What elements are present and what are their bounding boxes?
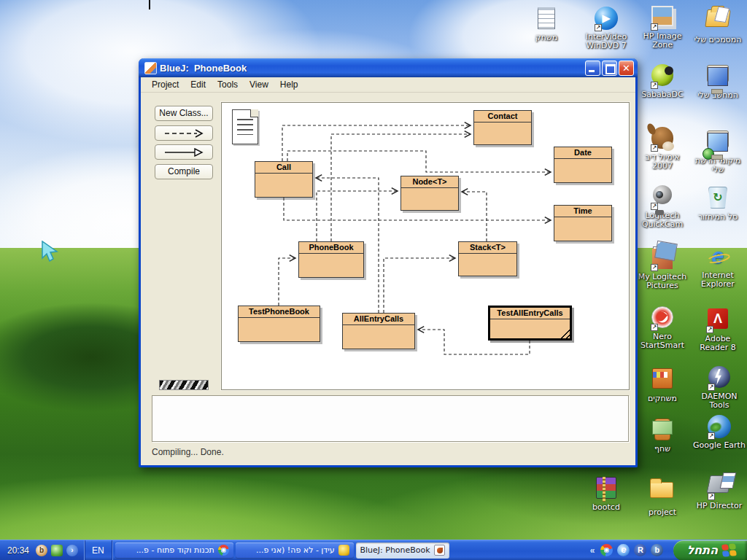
- desktop-icon-label: Adobe Reader 8: [692, 335, 744, 352]
- class-diagram-panel[interactable]: ContactDateCallNode<T>TimePhoneBookStack…: [221, 102, 630, 390]
- class-contact[interactable]: Contact: [473, 110, 532, 145]
- desktop-icon-המחשב-שלי[interactable]: המחשב שלי: [692, 63, 744, 100]
- desktop-icon-hp-image-zone[interactable]: HP Image Zone: [635, 4, 690, 50]
- network-places-icon: [707, 131, 729, 148]
- bluej-icon: [434, 545, 445, 556]
- uses-arrow: [317, 191, 398, 241]
- class-phonebook[interactable]: PhoneBook: [298, 241, 364, 278]
- taskbar-button-bluej[interactable]: BlueJ: PhoneBook: [356, 542, 449, 559]
- desktop-icon-internet-explorer[interactable]: Internet Explorer: [692, 245, 744, 289]
- quicklaunch-chrome-icon[interactable]: [600, 544, 613, 556]
- desktop-icon-logitech-quickcam[interactable]: Logitech QuickCam: [636, 184, 689, 229]
- new-class-button[interactable]: New Class...: [155, 106, 213, 121]
- class-testphonebook[interactable]: TestPhoneBook: [238, 306, 320, 342]
- maximize-button[interactable]: [602, 61, 617, 76]
- desktop-icon-sababadc[interactable]: SababaDC: [636, 63, 689, 99]
- recycle-bin-icon: [708, 187, 727, 209]
- desktop-icon-משחק[interactable]: משחק: [524, 6, 569, 42]
- desktop-icon-daemon-tools[interactable]: DAEMON Tools: [692, 365, 747, 410]
- readme-note-icon[interactable]: [232, 109, 258, 144]
- taskbar-clock: 20:34: [7, 545, 29, 556]
- menu-view[interactable]: View: [244, 78, 274, 91]
- paper-fold: [250, 109, 258, 117]
- menu-tools[interactable]: Tools: [212, 78, 244, 91]
- desktop-icon-label: משחק: [524, 34, 569, 42]
- logitech-pictures-icon: [653, 246, 672, 262]
- desktop-icon-שחף[interactable]: שחף: [636, 417, 689, 454]
- globe-badge-icon: [703, 148, 714, 160]
- desktop-icon-nero-startsmart[interactable]: Nero StartSmart: [636, 305, 689, 350]
- window-title: BlueJ: PhoneBook: [160, 63, 247, 74]
- class-node-t[interactable]: Node<T>: [400, 176, 459, 211]
- quicklaunch-internet-explorer-icon[interactable]: e: [617, 544, 630, 556]
- quicklaunch-bittorrent-icon[interactable]: b: [651, 544, 663, 556]
- class-date[interactable]: Date: [554, 147, 612, 183]
- menu-help[interactable]: Help: [274, 78, 304, 91]
- taskbar-button-label: BlueJ: PhoneBook: [360, 545, 430, 555]
- menu-edit[interactable]: Edit: [185, 78, 212, 91]
- uses-arrow-button[interactable]: [155, 125, 213, 141]
- minimize-button[interactable]: [585, 61, 600, 76]
- quick-launch-chevron[interactable]: «: [590, 545, 595, 556]
- desktop-icon-google-earth[interactable]: Google Earth: [692, 414, 747, 450]
- folder-icon: [650, 482, 673, 498]
- desktop-icon-label: Google Earth: [692, 441, 747, 450]
- status-text: Compiling... Done.: [152, 447, 224, 457]
- quicklaunch-realplayer-icon[interactable]: R: [634, 544, 646, 556]
- tray-app-b-icon[interactable]: b: [36, 545, 47, 556]
- desktop-icon-intervideo-windvd-7[interactable]: InterVideo WinDVD 7: [581, 6, 632, 50]
- menu-project[interactable]: Project: [146, 78, 185, 91]
- class-name-label: Stack<T>: [459, 242, 516, 254]
- desktop-icon-label: HP Image Zone: [635, 32, 690, 50]
- desktop-icon-מיקומי-הרשת-שלי[interactable]: מיקומי הרשת שלי: [692, 128, 744, 174]
- close-button[interactable]: [619, 61, 634, 76]
- quickcam-icon: [653, 185, 672, 204]
- desktop-icon-label: My Logitech Pictures: [636, 273, 689, 290]
- shortcut-arrow-icon: [651, 324, 658, 331]
- shortcut-arrow-icon: [708, 384, 715, 391]
- class-testallentrycalls[interactable]: TestAllEntryCalls: [488, 306, 572, 341]
- uses-arrow: [462, 192, 487, 241]
- desktop-icon-project[interactable]: project: [636, 475, 689, 517]
- class-stack-t[interactable]: Stack<T>: [458, 241, 517, 276]
- desktop-icon-adobe-reader-8[interactable]: Adobe Reader 8: [692, 306, 744, 352]
- class-time[interactable]: Time: [554, 205, 612, 241]
- desktop-icon-אימיול-דיב-2007[interactable]: אימיול דיב 2007: [636, 125, 689, 171]
- shortcut-arrow-icon: [595, 24, 602, 31]
- inherit-arrow-button[interactable]: [155, 144, 213, 160]
- taskbar-button-label: תכנות וקוד פתוח - פ...: [136, 545, 214, 555]
- solid-arrow-icon: [163, 148, 204, 157]
- notepad-icon: [538, 7, 555, 29]
- tray-app-green-icon[interactable]: [51, 545, 63, 556]
- start-label: התחל: [686, 543, 718, 557]
- compile-button[interactable]: Compile: [155, 164, 213, 179]
- class-allentrycalls[interactable]: AllEntryCalls: [342, 313, 415, 349]
- class-call[interactable]: Call: [255, 161, 313, 198]
- shortcut-arrow-icon: [651, 264, 658, 271]
- my-documents-icon: [705, 9, 730, 27]
- console-output-area[interactable]: [152, 395, 629, 442]
- tray-show-hidden-icon[interactable]: ›: [66, 545, 78, 556]
- shortcut-arrow-icon: [706, 326, 713, 333]
- desktop-icon-label: InterVideo WinDVD 7: [581, 33, 632, 50]
- paper-lines: [237, 119, 253, 135]
- desktop-icon-label: סל המיחזור: [692, 213, 744, 222]
- screen-artifact-line: [149, 0, 150, 9]
- internet-explorer-icon: [705, 245, 729, 268]
- start-button[interactable]: התחל: [673, 540, 747, 560]
- resize-handle-icon[interactable]: [558, 327, 570, 338]
- desktop-icon-hp-director[interactable]: HP Director: [692, 472, 747, 510]
- desktop-icon-משחקים[interactable]: משחקים: [636, 366, 689, 403]
- taskbar: 20:34 b › EN תכנות וקוד פתוח - פ...עידן …: [0, 540, 747, 560]
- desktop-icon-label: המסמכים שלי: [692, 36, 744, 44]
- language-indicator[interactable]: EN: [85, 540, 112, 560]
- desktop-icon-סל-המיחזור[interactable]: סל המיחזור: [692, 185, 744, 222]
- desktop-icon-label: SababaDC: [636, 90, 689, 99]
- desktop-icon-bootcd[interactable]: bootcd: [581, 475, 632, 512]
- taskbar-button-chrome[interactable]: תכנות וקוד פתוח - פ...: [115, 542, 233, 559]
- title-bar[interactable]: BlueJ: PhoneBook: [139, 58, 638, 77]
- system-tray: 20:34 b ›: [0, 540, 85, 560]
- desktop-icon-המסמכים-שלי[interactable]: המסמכים שלי: [692, 4, 744, 44]
- desktop-icon-my-logitech-pictures[interactable]: My Logitech Pictures: [636, 243, 689, 290]
- taskbar-button-messenger[interactable]: עידן - לא פה! (אני פ...: [236, 542, 354, 559]
